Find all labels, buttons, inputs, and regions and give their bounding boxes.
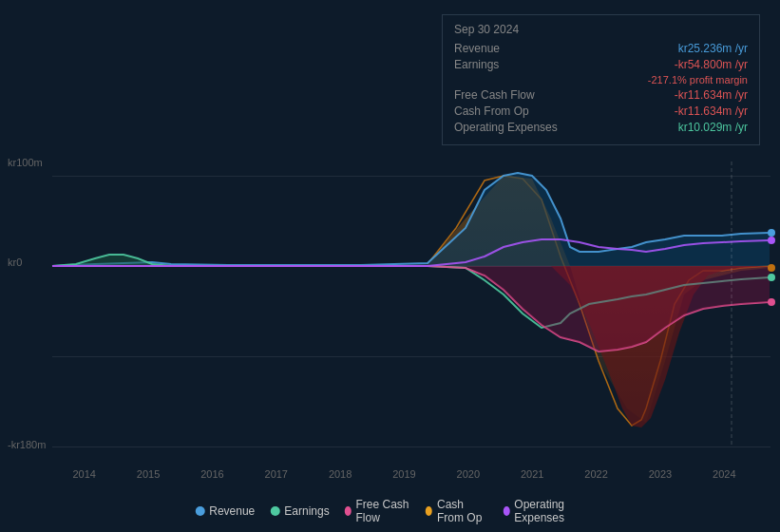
legend-item-opex: Operating Expenses bbox=[503, 498, 584, 524]
x-label-2018: 2018 bbox=[329, 468, 352, 480]
tooltip-value-fcf: -kr11.634m /yr bbox=[675, 88, 748, 102]
legend-item-revenue: Revenue bbox=[195, 504, 255, 518]
tooltip-value-cfo: -kr11.634m /yr bbox=[675, 104, 748, 118]
legend-item-earnings: Earnings bbox=[270, 504, 329, 518]
legend-dot-opex bbox=[503, 506, 509, 516]
chart-legend: Revenue Earnings Free Cash Flow Cash Fro… bbox=[195, 498, 585, 524]
legend-item-cfo: Cash From Op bbox=[426, 498, 487, 524]
tooltip-row-opex: Operating Expenses kr10.029m /yr bbox=[454, 121, 748, 134]
svg-point-1 bbox=[768, 229, 775, 237]
legend-label-opex: Operating Expenses bbox=[514, 498, 584, 524]
x-axis-labels: 2014 2015 2016 2017 2018 2019 2020 2021 … bbox=[0, 468, 780, 480]
chart-container: Sep 30 2024 Revenue kr25.236m /yr Earnin… bbox=[0, 0, 780, 532]
legend-dot-revenue bbox=[195, 506, 204, 516]
x-label-2024: 2024 bbox=[713, 468, 735, 480]
svg-point-2 bbox=[768, 274, 775, 281]
tooltip-label-empty bbox=[454, 74, 559, 86]
legend-label-earnings: Earnings bbox=[284, 504, 329, 518]
x-label-2023: 2023 bbox=[649, 468, 672, 480]
tooltip-label-cfo: Cash From Op bbox=[454, 104, 559, 118]
legend-item-fcf: Free Cash Flow bbox=[345, 498, 411, 524]
legend-label-cfo: Cash From Op bbox=[437, 498, 488, 524]
tooltip-row-cfo: Cash From Op -kr11.634m /yr bbox=[454, 104, 748, 118]
tooltip-value-revenue: kr25.236m /yr bbox=[678, 42, 748, 55]
x-label-2015: 2015 bbox=[137, 468, 160, 480]
x-label-2016: 2016 bbox=[200, 468, 223, 480]
x-label-2021: 2021 bbox=[521, 468, 543, 480]
tooltip-title: Sep 30 2024 bbox=[454, 23, 748, 36]
legend-dot-fcf bbox=[345, 506, 352, 516]
tooltip-value-opex: kr10.029m /yr bbox=[678, 121, 748, 134]
svg-point-5 bbox=[768, 237, 775, 244]
legend-label-fcf: Free Cash Flow bbox=[355, 498, 410, 524]
tooltip-row-revenue: Revenue kr25.236m /yr bbox=[454, 42, 748, 55]
tooltip-label-opex: Operating Expenses bbox=[454, 121, 559, 134]
tooltip-row-earnings: Earnings -kr54.800m /yr bbox=[454, 58, 748, 71]
x-label-2022: 2022 bbox=[584, 468, 607, 480]
tooltip-row-profit-margin: -217.1% profit margin bbox=[454, 74, 748, 86]
tooltip-label-revenue: Revenue bbox=[454, 42, 559, 55]
x-label-2019: 2019 bbox=[392, 468, 415, 480]
svg-point-4 bbox=[768, 264, 775, 272]
legend-dot-earnings bbox=[270, 506, 279, 516]
tooltip-label-fcf: Free Cash Flow bbox=[454, 88, 559, 102]
svg-point-3 bbox=[768, 298, 775, 306]
tooltip: Sep 30 2024 Revenue kr25.236m /yr Earnin… bbox=[442, 14, 760, 145]
tooltip-label-earnings: Earnings bbox=[454, 58, 559, 71]
x-label-2017: 2017 bbox=[265, 468, 288, 480]
tooltip-value-profit-margin: -217.1% profit margin bbox=[648, 74, 748, 86]
tooltip-row-fcf: Free Cash Flow -kr11.634m /yr bbox=[454, 88, 748, 102]
x-label-2020: 2020 bbox=[457, 468, 480, 480]
tooltip-value-earnings: -kr54.800m /yr bbox=[675, 58, 748, 71]
legend-label-revenue: Revenue bbox=[209, 504, 255, 518]
x-label-2014: 2014 bbox=[72, 468, 95, 480]
legend-dot-cfo bbox=[426, 506, 432, 516]
